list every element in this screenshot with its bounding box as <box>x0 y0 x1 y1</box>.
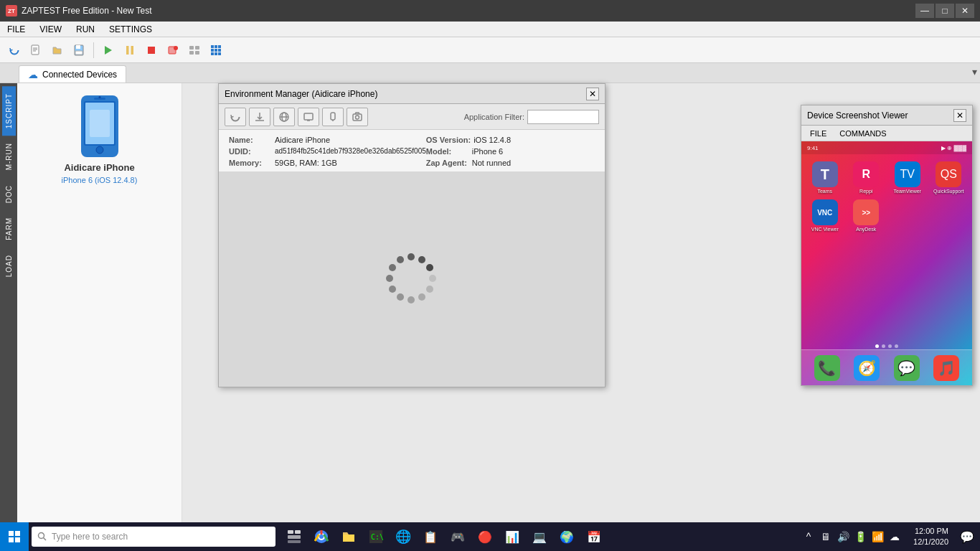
svg-rect-25 <box>218 52 221 55</box>
viewer-menu-commands[interactable]: COMMANDS <box>834 128 892 139</box>
svg-rect-52 <box>288 535 301 539</box>
zap-value: Not runned <box>472 159 511 167</box>
taskbar: Type here to search <box>0 522 980 551</box>
toolbar-stop[interactable] <box>141 40 161 60</box>
env-globe-btn[interactable] <box>273 108 295 126</box>
app-filter-label: Application Filter: <box>464 113 524 121</box>
svg-rect-57 <box>343 534 354 542</box>
svg-point-29 <box>96 146 103 154</box>
teams-taskbar-icon[interactable]: 📅 <box>581 522 607 551</box>
side-tabs: 1SCRIPT M-RUN DOC FARM LOAD <box>0 83 17 522</box>
env-usb-btn[interactable] <box>322 108 344 126</box>
svg-rect-53 <box>288 540 301 543</box>
app5-icon[interactable]: 💻 <box>527 522 552 551</box>
svg-rect-37 <box>304 113 313 120</box>
browser2-icon[interactable]: 🌐 <box>390 522 416 551</box>
model-label: Model: <box>426 147 469 156</box>
file-explorer-icon[interactable] <box>336 522 362 551</box>
menu-view[interactable]: VIEW <box>32 22 69 37</box>
tray-battery[interactable]: 🔋 <box>853 531 867 542</box>
tray-chevron[interactable]: ^ <box>801 531 816 542</box>
toolbar-grid[interactable] <box>206 40 226 60</box>
device-info: iPhone 6 (iOS 12.4.8) <box>62 176 138 184</box>
svg-point-12 <box>174 46 178 50</box>
menu-file[interactable]: FILE <box>0 22 32 37</box>
memory-value: 59GB, RAM: 1GB <box>275 159 337 167</box>
toolbar-play[interactable] <box>98 40 118 60</box>
svg-text:C:\: C:\ <box>371 533 383 541</box>
app6-icon[interactable]: 🌍 <box>554 522 580 551</box>
tab-bar: ☁ Connected Devices ▾ <box>0 63 980 83</box>
taskbar-center: C:\ 🌐 📋 🎮 🔴 📊 💻 🌍 📅 <box>281 522 607 551</box>
viewer-menu-bar: FILE COMMANDS <box>801 126 972 141</box>
app1-icon[interactable]: 📋 <box>418 522 443 551</box>
main-panel: Environment Manager (Aidicare iPhone) ✕ <box>182 83 980 522</box>
toolbar-save[interactable] <box>69 40 89 60</box>
minimize-button[interactable]: — <box>915 4 934 18</box>
toolbar-pause[interactable] <box>120 40 140 60</box>
tab-label: Connected Devices <box>42 70 117 80</box>
env-refresh-btn[interactable] <box>225 108 246 126</box>
env-screen-btn[interactable] <box>298 108 319 126</box>
viewer-menu-file[interactable]: FILE <box>804 128 832 139</box>
notification-center[interactable]: 💬 <box>957 522 977 551</box>
env-manager-body <box>219 171 605 387</box>
toolbar-open[interactable] <box>47 40 67 60</box>
svg-rect-46 <box>9 537 14 542</box>
side-tab-1script[interactable]: 1SCRIPT <box>2 86 16 136</box>
svg-point-31 <box>98 96 100 98</box>
env-manager-close[interactable]: ✕ <box>586 88 599 100</box>
memory-label: Memory: <box>229 159 272 167</box>
side-tab-load[interactable]: LOAD <box>2 248 16 284</box>
tray-wifi[interactable]: 📶 <box>870 531 885 542</box>
svg-rect-15 <box>189 51 194 55</box>
window-controls: — □ ✕ <box>915 4 974 18</box>
udid-value: ad51f84fb25c41deb7f9328e0e326dab6525f005 <box>275 147 426 156</box>
svg-point-43 <box>356 116 359 119</box>
env-camera-btn[interactable] <box>347 108 368 126</box>
os-label: OS Version: <box>426 136 471 144</box>
taskbar-search[interactable]: Type here to search <box>32 527 275 547</box>
app-filter-input[interactable] <box>527 110 599 124</box>
app4-icon[interactable]: 📊 <box>499 522 525 551</box>
cmd-icon[interactable]: C:\ <box>363 522 389 551</box>
maximize-button[interactable]: □ <box>936 4 954 18</box>
svg-rect-10 <box>148 47 155 54</box>
svg-rect-13 <box>189 46 194 50</box>
tab-dropdown[interactable]: ▾ <box>972 66 977 77</box>
side-tab-doc[interactable]: DOC <box>2 178 16 210</box>
toolbar-record[interactable] <box>163 40 183 60</box>
ios-screen: 9:41 ▶ ⊕ ▓▓▓ T Teams <box>801 141 972 385</box>
menu-run[interactable]: RUN <box>69 22 102 37</box>
connected-devices-tab[interactable]: ☁ Connected Devices <box>19 65 126 83</box>
env-download-btn[interactable] <box>249 108 270 126</box>
viewer-close-btn[interactable]: ✕ <box>953 109 966 122</box>
tray-sound[interactable]: 🔊 <box>836 531 850 542</box>
viewer-title: Device Screenshot Viewer <box>807 110 908 121</box>
side-tab-farm[interactable]: FARM <box>2 210 16 248</box>
title-bar: ZT ZAPTEST Free Edition - New Test — □ ✕ <box>0 0 980 22</box>
taskbar-clock[interactable]: 12:00 PM 12/1/2020 <box>908 526 954 548</box>
close-button[interactable]: ✕ <box>956 4 974 18</box>
app2-icon[interactable]: 🎮 <box>445 522 471 551</box>
menu-bar: FILE VIEW RUN SETTINGS <box>0 22 980 37</box>
device-name: Aidicare iPhone <box>64 162 134 173</box>
toolbar-refresh[interactable] <box>4 40 24 60</box>
svg-rect-22 <box>218 49 221 52</box>
toolbar-more[interactable] <box>184 40 204 60</box>
content-area: Aidicare iPhone iPhone 6 (iOS 12.4.8) En… <box>17 83 980 522</box>
tray-network[interactable]: 🖥 <box>819 531 833 542</box>
chrome-icon[interactable] <box>308 522 334 551</box>
app3-icon[interactable]: 🔴 <box>472 522 498 551</box>
window-title: ZAPTEST Free Edition - New Test <box>22 6 152 16</box>
dock-phone: 📞 <box>814 355 840 381</box>
toolbar-new[interactable] <box>26 40 46 60</box>
svg-rect-14 <box>195 46 199 50</box>
screenshot-viewer: Device Screenshot Viewer ✕ FILE COMMANDS… <box>801 105 973 386</box>
start-button[interactable] <box>0 522 29 551</box>
svg-rect-19 <box>218 45 221 48</box>
task-view-btn[interactable] <box>281 522 307 551</box>
tray-cloud[interactable]: ☁ <box>887 531 902 542</box>
side-tab-mrun[interactable]: M-RUN <box>2 136 16 177</box>
menu-settings[interactable]: SETTINGS <box>102 22 159 37</box>
